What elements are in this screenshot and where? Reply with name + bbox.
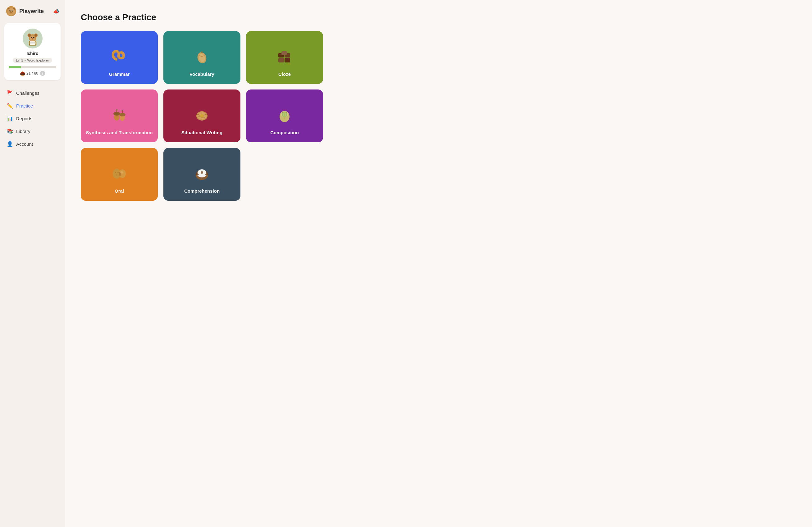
practice-card-oral[interactable]: Oral — [81, 148, 158, 201]
acorn-icon: 🌰 — [20, 71, 25, 76]
sidebar-item-account-label: Account — [16, 141, 33, 147]
xp-max: 80 — [34, 71, 38, 75]
svg-rect-36 — [279, 54, 281, 55]
pencil-icon: ✏️ — [7, 103, 13, 109]
svg-point-24 — [32, 38, 33, 39]
vocabulary-label: Vocabulary — [189, 71, 214, 77]
svg-point-21 — [33, 37, 34, 38]
cloze-label: Cloze — [278, 71, 291, 77]
oral-icon — [110, 164, 129, 185]
svg-point-22 — [31, 37, 32, 37]
svg-rect-35 — [281, 51, 287, 55]
book-icon: 📚 — [7, 128, 13, 134]
svg-point-7 — [9, 10, 11, 12]
svg-point-23 — [33, 37, 34, 37]
username: Ichiro — [26, 51, 38, 56]
svg-point-20 — [31, 37, 32, 38]
cloze-icon — [275, 47, 294, 68]
svg-point-18 — [34, 34, 37, 37]
sidebar-item-reports[interactable]: 📊 Reports — [3, 113, 62, 125]
svg-point-17 — [28, 34, 31, 37]
avatar-bear-icon — [25, 30, 41, 47]
sidebar-item-challenges[interactable]: 🚩 Challenges — [3, 87, 62, 99]
main-content: Choose a Practice Grammar — [65, 0, 812, 527]
flag-icon: 🚩 — [7, 90, 13, 96]
sidebar-item-library-label: Library — [16, 129, 30, 134]
sidebar-item-library[interactable]: 📚 Library — [3, 125, 62, 137]
synthesis-label: Synthesis and Transformation — [86, 130, 153, 136]
oral-label: Oral — [115, 188, 124, 194]
svg-rect-34 — [285, 58, 290, 62]
xp-bar-track — [9, 66, 56, 68]
svg-point-54 — [115, 172, 116, 173]
practice-card-comprehension[interactable]: Comprehension — [163, 148, 241, 201]
brand-name: Playwrite — [19, 8, 44, 15]
xp-count: 🌰 21 / 80 i — [20, 71, 45, 76]
svg-point-62 — [201, 171, 203, 174]
practice-card-cloze[interactable]: Cloze — [246, 31, 323, 84]
svg-point-8 — [12, 10, 13, 12]
chart-icon: 📊 — [7, 116, 13, 122]
practice-card-situational[interactable]: Situational Writing — [163, 89, 241, 142]
svg-point-45 — [200, 114, 204, 117]
svg-point-41 — [119, 113, 126, 116]
vocabulary-icon — [192, 47, 211, 68]
sidebar-item-reports-label: Reports — [16, 116, 33, 121]
situational-icon — [192, 105, 211, 127]
bell-icon[interactable]: 📣 — [53, 9, 59, 14]
svg-point-10 — [12, 11, 13, 11]
level-dot — [25, 60, 26, 61]
xp-current: 21 — [26, 71, 30, 75]
level-badge: Lvl 1 Word Explorer — [13, 58, 52, 63]
practice-card-grammar[interactable]: Grammar — [81, 31, 158, 84]
avatar — [23, 29, 43, 48]
sidebar-item-challenges-label: Challenges — [16, 90, 40, 96]
composition-label: Composition — [270, 130, 299, 136]
svg-rect-33 — [278, 58, 284, 62]
practice-grid: Grammar Vocabulary — [81, 31, 323, 201]
grammar-label: Grammar — [109, 71, 130, 77]
info-icon[interactable]: i — [40, 71, 45, 76]
nav-list: 🚩 Challenges ✏️ Practice 📊 Reports 📚 Lib… — [0, 86, 65, 151]
synthesis-icon — [110, 105, 129, 127]
level-text: Lvl 1 — [16, 58, 23, 62]
sidebar: Playwrite 📣 — [0, 0, 65, 527]
page-title: Choose a Practice — [81, 12, 796, 23]
svg-point-63 — [199, 171, 201, 172]
grammar-icon — [110, 47, 129, 68]
sidebar-item-practice-label: Practice — [16, 103, 33, 109]
svg-point-11 — [10, 12, 12, 13]
composition-icon — [275, 105, 294, 127]
comprehension-label: Comprehension — [184, 188, 220, 194]
practice-card-composition[interactable]: Composition — [246, 89, 323, 142]
logo-bear-icon — [5, 5, 17, 17]
person-icon: 👤 — [7, 141, 13, 147]
svg-point-55 — [116, 174, 117, 175]
practice-card-synthesis[interactable]: Synthesis and Transformation — [81, 89, 158, 142]
svg-point-9 — [10, 11, 11, 11]
sidebar-item-account[interactable]: 👤 Account — [3, 138, 62, 150]
svg-point-56 — [117, 172, 119, 173]
svg-point-38 — [113, 112, 120, 116]
situational-label: Situational Writing — [182, 130, 222, 136]
sidebar-item-practice[interactable]: ✏️ Practice — [3, 100, 62, 112]
title-text: Word Explorer — [27, 58, 49, 62]
svg-point-57 — [120, 171, 123, 174]
xp-separator: / — [32, 71, 33, 75]
xp-bar-fill — [9, 66, 21, 68]
practice-card-vocabulary[interactable]: Vocabulary — [163, 31, 241, 84]
profile-card: Ichiro Lvl 1 Word Explorer 🌰 21 / 80 i — [4, 23, 61, 80]
sidebar-header: Playwrite 📣 — [0, 0, 65, 20]
comprehension-icon — [192, 164, 211, 185]
